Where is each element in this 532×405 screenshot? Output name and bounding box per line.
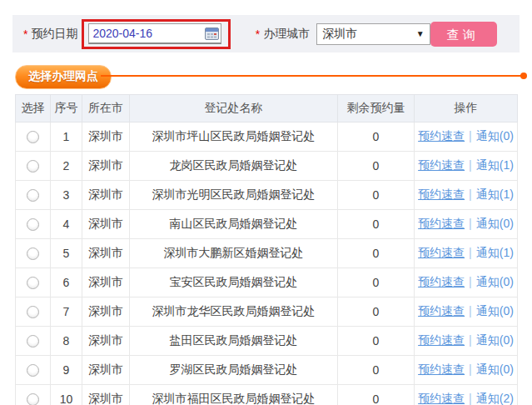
header-actions: 操作 xyxy=(415,95,518,122)
section-divider-dot xyxy=(520,72,527,79)
select-radio[interactable] xyxy=(27,306,39,318)
link-separator: | xyxy=(469,129,472,142)
table-row: 1 深圳市 深圳市坪山区民政局婚姻登记处 0 预约速查|通知(0) xyxy=(16,122,518,152)
header-number: 序号 xyxy=(51,95,82,122)
link-separator: | xyxy=(469,246,472,259)
row-number: 3 xyxy=(51,181,82,210)
quick-check-link[interactable]: 预约速查 xyxy=(418,158,465,172)
quick-check-link[interactable]: 预约速查 xyxy=(418,304,465,318)
required-asterisk: * xyxy=(23,28,27,41)
section-header: 选择办理网点 xyxy=(15,65,526,88)
row-number: 10 xyxy=(51,385,82,405)
quick-check-link[interactable]: 预约速查 xyxy=(418,129,465,142)
notice-link[interactable]: 通知(0) xyxy=(476,275,514,288)
quick-check-link[interactable]: 预约速查 xyxy=(418,392,465,405)
table-row: 9 深圳市 罗湖区民政局婚姻登记处 0 预约速查|通知(0) xyxy=(16,356,518,385)
remaining-count: 0 xyxy=(338,210,415,239)
select-radio[interactable] xyxy=(27,131,39,143)
date-field-label: * 预约日期 xyxy=(23,27,77,42)
select-radio[interactable] xyxy=(27,248,39,260)
city-select[interactable]: 深圳市 ▼ xyxy=(316,23,430,45)
notice-link[interactable]: 通知(0) xyxy=(476,362,514,376)
select-radio[interactable] xyxy=(27,393,39,405)
header-city: 所在市 xyxy=(82,95,130,122)
remaining-count: 0 xyxy=(338,327,415,356)
row-city: 深圳市 xyxy=(82,298,130,327)
table-row: 3 深圳市 深圳市光明区民政局婚姻登记处 0 预约速查|通知(1) xyxy=(16,181,518,210)
notice-link[interactable]: 通知(1) xyxy=(476,188,514,201)
table-row: 2 深圳市 龙岗区民政局婚姻登记处 0 预约速查|通知(1) xyxy=(16,152,518,181)
row-city: 深圳市 xyxy=(82,181,130,210)
remaining-count: 0 xyxy=(338,385,415,405)
remaining-count: 0 xyxy=(338,298,415,327)
registry-name: 深圳市福田区民政局婚姻登记处 xyxy=(130,385,338,405)
select-radio[interactable] xyxy=(27,218,39,231)
registry-name: 南山区民政局婚姻登记处 xyxy=(130,210,338,239)
table-row: 6 深圳市 宝安区民政局婚姻登记处 0 预约速查|通知(0) xyxy=(16,268,518,298)
table-row: 4 深圳市 南山区民政局婚姻登记处 0 预约速查|通知(0) xyxy=(16,210,518,239)
header-remaining: 剩余预约量 xyxy=(338,95,415,122)
registry-name: 罗湖区民政局婚姻登记处 xyxy=(130,356,338,385)
table-row: 7 深圳市 深圳市龙华区民政局婚姻登记处 0 预约速查|通知(0) xyxy=(16,298,518,327)
notice-link[interactable]: 通知(0) xyxy=(476,129,514,142)
registry-name: 深圳市大鹏新区婚姻登记处 xyxy=(130,239,338,268)
row-number: 8 xyxy=(51,327,82,356)
chevron-down-icon: ▼ xyxy=(416,29,425,38)
row-city: 深圳市 xyxy=(82,210,130,239)
registry-name: 龙岗区民政局婚姻登记处 xyxy=(130,152,338,181)
link-separator: | xyxy=(469,362,472,376)
notice-link[interactable]: 通知(0) xyxy=(476,333,514,347)
registry-name: 宝安区民政局婚姻登记处 xyxy=(130,268,338,298)
row-city: 深圳市 xyxy=(82,239,130,268)
registry-name: 深圳市龙华区民政局婚姻登记处 xyxy=(130,298,338,327)
query-form-bar: * 预约日期 * 办理城市 深圳市 ▼ 查询 xyxy=(12,15,520,52)
date-input[interactable] xyxy=(89,26,192,41)
row-number: 4 xyxy=(51,210,82,239)
select-radio[interactable] xyxy=(27,335,39,348)
query-button[interactable]: 查询 xyxy=(430,22,497,47)
header-select: 选择 xyxy=(16,95,51,122)
registry-name: 盐田区民政局婚姻登记处 xyxy=(130,327,338,356)
table-row: 10 深圳市 深圳市福田区民政局婚姻登记处 0 预约速查|通知(2) xyxy=(16,385,518,405)
quick-check-link[interactable]: 预约速查 xyxy=(418,333,465,347)
link-separator: | xyxy=(469,217,472,230)
row-number: 1 xyxy=(51,122,82,152)
select-radio[interactable] xyxy=(27,160,39,172)
row-city: 深圳市 xyxy=(82,356,130,385)
select-radio[interactable] xyxy=(27,189,39,202)
remaining-count: 0 xyxy=(338,356,415,385)
required-asterisk: * xyxy=(256,28,260,41)
quick-check-link[interactable]: 预约速查 xyxy=(418,275,465,288)
remaining-count: 0 xyxy=(338,152,415,181)
quick-check-link[interactable]: 预约速查 xyxy=(418,188,465,201)
link-separator: | xyxy=(469,392,472,405)
row-number: 2 xyxy=(51,152,82,181)
date-input-box[interactable] xyxy=(88,23,221,44)
table-row: 5 深圳市 深圳市大鹏新区婚姻登记处 0 预约速查|通知(1) xyxy=(16,239,518,268)
city-label-text: 办理城市 xyxy=(263,27,310,42)
row-city: 深圳市 xyxy=(82,122,130,152)
select-radio[interactable] xyxy=(27,364,39,377)
notice-link[interactable]: 通知(0) xyxy=(476,304,514,318)
quick-check-link[interactable]: 预约速查 xyxy=(418,246,465,259)
row-number: 6 xyxy=(51,268,82,298)
notice-link[interactable]: 通知(2) xyxy=(476,392,514,405)
quick-check-link[interactable]: 预约速查 xyxy=(418,362,465,376)
section-title-pill: 选择办理网点 xyxy=(15,65,112,89)
calendar-icon[interactable] xyxy=(205,28,219,40)
remaining-count: 0 xyxy=(338,268,415,298)
notice-link[interactable]: 通知(0) xyxy=(476,217,514,230)
quick-check-link[interactable]: 预约速查 xyxy=(418,217,465,230)
select-radio[interactable] xyxy=(27,277,39,289)
row-number: 5 xyxy=(51,239,82,268)
notice-link[interactable]: 通知(1) xyxy=(476,246,514,259)
link-separator: | xyxy=(469,188,472,201)
link-separator: | xyxy=(469,304,472,318)
row-city: 深圳市 xyxy=(82,385,130,405)
notice-link[interactable]: 通知(1) xyxy=(476,158,514,172)
remaining-count: 0 xyxy=(338,239,415,268)
registry-name: 深圳市坪山区民政局婚姻登记处 xyxy=(130,122,338,152)
row-number: 7 xyxy=(51,298,82,327)
date-highlight-box xyxy=(82,19,230,49)
table-row: 8 深圳市 盐田区民政局婚姻登记处 0 预约速查|通知(0) xyxy=(16,327,518,356)
